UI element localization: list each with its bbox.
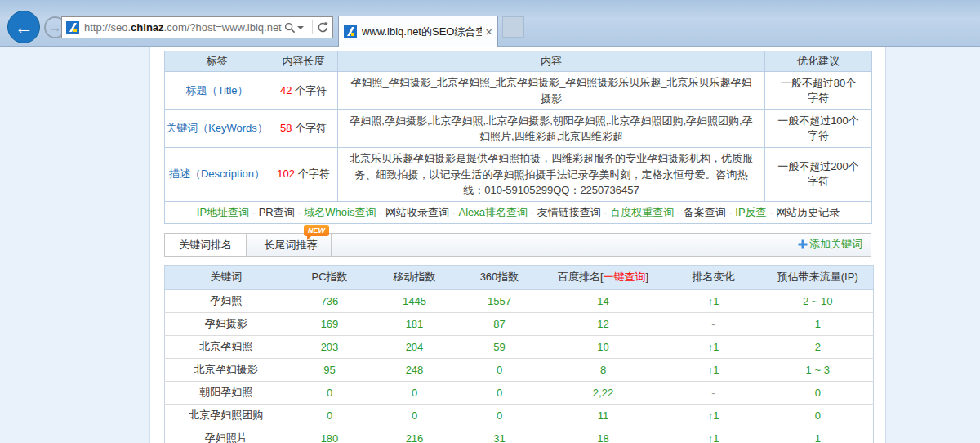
tool-link[interactable]: 友情链接查询 <box>537 206 601 218</box>
tab-close-icon[interactable]: × <box>485 25 492 38</box>
link-separator: - <box>528 206 537 218</box>
keyword-table-header-row: 关键词 PC指数 移动指数 360指数 百度排名[一键查询] 排名变化 预估带来… <box>165 265 874 289</box>
search-icon[interactable] <box>284 22 296 34</box>
link-separator: - <box>767 206 777 218</box>
baidu-rank-cell: 10 <box>542 335 665 358</box>
pc-index-cell: 203 <box>287 335 372 358</box>
rank-change-cell: ↑1 <box>665 289 763 312</box>
360-index-cell: 0 <box>457 404 542 427</box>
back-button[interactable]: ← <box>7 11 40 43</box>
mobile-index-cell: 0 <box>372 404 457 427</box>
link-separator: - <box>449 206 459 218</box>
header-360-index: 360指数 <box>457 265 542 289</box>
tool-link[interactable]: 网站历史记录 <box>776 206 840 218</box>
add-keyword-button[interactable]: 添加关键词 <box>798 234 862 256</box>
tool-link[interactable]: Alexa排名查询 <box>459 206 528 218</box>
browser-tab[interactable]: www.lblq.net的SEO综合查... × <box>338 16 498 47</box>
meta-header-label: 标签 <box>165 51 270 72</box>
rank-change-cell: ↑1 <box>665 358 763 381</box>
keyword-row: 孕妇照片1802163118↑11 <box>165 427 874 443</box>
tab-favicon-icon <box>344 25 357 38</box>
forward-arrow-icon: → <box>49 20 61 34</box>
360-index-cell: 0 <box>457 381 542 404</box>
search-dropdown-icon[interactable] <box>297 26 304 29</box>
traffic-cell: 1 <box>763 427 874 443</box>
url-suffix: .com/?host=www.lblq.net <box>164 21 282 34</box>
meta-row-description: 描述（Description） 102 个字符 北京乐贝乐趣孕妇摄影是提供孕妇照… <box>165 148 872 202</box>
traffic-cell: 1 <box>763 312 874 335</box>
tab-strip: 关键词排名 长尾词推荐 NEW 添加关键词 <box>164 233 871 257</box>
url-domain: chinaz <box>131 21 163 34</box>
address-bar-icons <box>284 20 329 34</box>
baidu-rank-cell: 8 <box>542 358 665 381</box>
traffic-cell: 2 ~ 10 <box>763 289 874 312</box>
mobile-index-cell: 216 <box>372 427 457 443</box>
add-keyword-label: 添加关键词 <box>809 237 862 252</box>
rank-change-cell: - <box>665 312 763 335</box>
browser-chrome: ← → http://seo.chinaz.com/?host=www.lblq… <box>0 0 980 47</box>
tool-link[interactable]: 网站收录查询 <box>385 206 449 218</box>
header-mobile-index: 移动指数 <box>372 265 457 289</box>
description-length-cell: 102 个字符 <box>270 148 338 202</box>
url-prefix: http://seo. <box>84 21 131 34</box>
keyword-row: 孕妇摄影1691818712-1 <box>165 312 874 335</box>
traffic-cell: 1 ~ 3 <box>763 358 874 381</box>
baidu-rank-cell: 12 <box>542 312 665 335</box>
tool-link[interactable]: 域名Whois查询 <box>304 206 376 218</box>
title-label-link[interactable]: 标题（Title） <box>185 84 247 96</box>
keyword-cell: 孕妇照片 <box>165 427 287 443</box>
keyword-cell: 朝阳孕妇照 <box>165 381 287 404</box>
title-advice-cell: 一般不超过80个字符 <box>765 72 872 110</box>
link-separator: - <box>295 206 305 218</box>
traffic-cell: 0 <box>763 404 874 427</box>
keyword-cell: 孕妇摄影 <box>165 312 287 335</box>
new-tab-button[interactable] <box>502 16 524 38</box>
tool-link[interactable]: PR查询 <box>259 206 295 218</box>
description-content-cell: 北京乐贝乐趣孕妇摄影是提供孕妇照拍摄，四维彩超服务的专业孕妇摄影机构，优质服务、… <box>338 148 765 202</box>
keyword-cell: 孕妇照 <box>165 289 287 312</box>
tab-longtail-suggest[interactable]: 长尾词推荐 <box>250 234 332 256</box>
keyword-row: 孕妇照7361445155714↑12 ~ 10 <box>165 289 874 312</box>
tool-links-row: IP地址查询 - PR查询 - 域名Whois查询 - 网站收录查询 - Ale… <box>165 201 872 223</box>
description-advice-cell: 一般不超过200个字符 <box>765 148 872 202</box>
pc-index-cell: 180 <box>287 427 372 443</box>
baidu-rank-cell: 14 <box>542 289 665 312</box>
pc-index-cell: 169 <box>287 312 372 335</box>
mobile-index-cell: 248 <box>372 358 457 381</box>
tab-title: www.lblq.net的SEO综合查... <box>362 25 482 39</box>
keywords-label-link[interactable]: 关键词（KeyWords） <box>166 122 268 134</box>
tool-link[interactable]: 备案查询 <box>684 206 726 218</box>
traffic-cell: 2 <box>763 335 874 358</box>
refresh-icon[interactable] <box>317 21 329 34</box>
chinaz-favicon-icon <box>66 21 79 34</box>
address-bar-divider <box>312 20 313 34</box>
meta-header-row: 标签 内容长度 内容 优化建议 <box>165 51 872 72</box>
link-separator: - <box>249 206 259 218</box>
tool-link[interactable]: IP反查 <box>735 206 766 218</box>
meta-header-content: 内容 <box>338 51 765 72</box>
keyword-cell: 北京孕妇照团购 <box>165 404 287 427</box>
traffic-cell: 0 <box>763 381 874 404</box>
header-rank-change: 排名变化 <box>665 265 763 289</box>
tool-link[interactable]: 百度权重查询 <box>610 206 674 218</box>
description-label-link[interactable]: 描述（Description） <box>169 168 265 180</box>
baidu-rank-cell: 11 <box>542 404 665 427</box>
plus-icon <box>798 239 808 249</box>
link-separator: - <box>601 206 611 218</box>
address-bar[interactable]: http://seo.chinaz.com/?host=www.lblq.net <box>61 16 333 38</box>
tool-links-cell: IP地址查询 - PR查询 - 域名Whois查询 - 网站收录查询 - Ale… <box>165 201 872 223</box>
keyword-cell: 北京孕妇照 <box>165 335 287 358</box>
one-click-query-link[interactable]: 一键查询 <box>604 271 646 283</box>
keyword-row: 北京孕妇摄影9524808↑11 ~ 3 <box>165 358 874 381</box>
tool-link[interactable]: IP地址查询 <box>197 206 249 218</box>
keyword-cell: 北京孕妇摄影 <box>165 358 287 381</box>
header-baidu-rank: 百度排名[一键查询] <box>542 265 665 289</box>
360-index-cell: 31 <box>457 427 542 443</box>
baidu-rank-cell: 2,22 <box>542 381 665 404</box>
keyword-row: 朝阳孕妇照0002,22-0 <box>165 381 874 404</box>
pc-index-cell: 0 <box>287 404 372 427</box>
tab-keyword-ranking[interactable]: 关键词排名 <box>165 234 247 256</box>
url-text[interactable]: http://seo.chinaz.com/?host=www.lblq.net <box>84 21 284 34</box>
mobile-index-cell: 1445 <box>372 289 457 312</box>
meta-row-title: 标题（Title） 42 个字符 孕妇照_孕妇摄影_北京孕妇照_北京孕妇摄影_孕… <box>165 72 872 110</box>
